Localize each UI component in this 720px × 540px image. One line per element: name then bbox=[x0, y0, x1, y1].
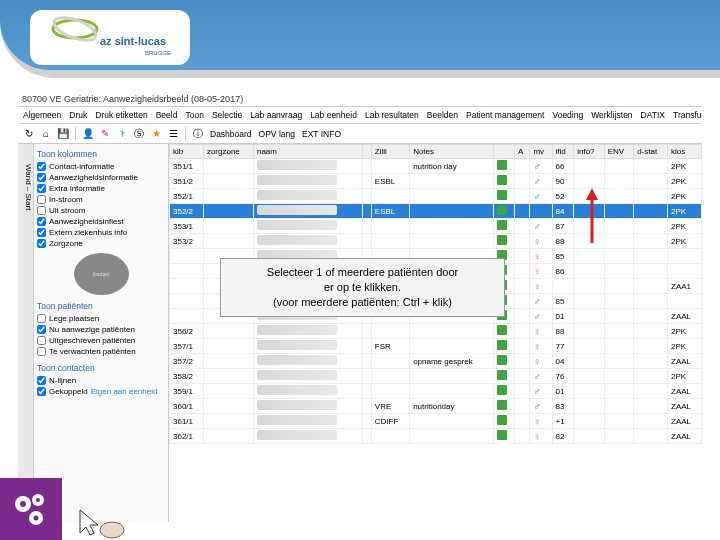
table-row[interactable]: 351/2ESBL♂902PK bbox=[170, 174, 702, 189]
extinfo-button[interactable]: EXT INFO bbox=[300, 129, 343, 139]
excel-icon bbox=[497, 220, 507, 230]
table-row[interactable]: 357/1FSR♀772PK bbox=[170, 339, 702, 354]
column-header[interactable]: kib bbox=[170, 145, 204, 159]
menu-beeld[interactable]: Beeld bbox=[155, 109, 179, 121]
checkbox[interactable] bbox=[37, 376, 46, 385]
table-row[interactable]: 359/1♂01ZAAL bbox=[170, 384, 702, 399]
menu-patient-management[interactable]: Patient management bbox=[465, 109, 545, 121]
column-header[interactable]: mv bbox=[530, 145, 552, 159]
column-header[interactable]: Notes bbox=[410, 145, 494, 159]
column-header[interactable] bbox=[363, 145, 372, 159]
checkbox[interactable] bbox=[37, 314, 46, 323]
column-header[interactable] bbox=[493, 145, 514, 159]
checkbox[interactable] bbox=[37, 173, 46, 182]
side-tabs[interactable]: Wand – Start bbox=[18, 144, 34, 522]
column-header[interactable]: naam bbox=[253, 145, 362, 159]
female-icon: ♀ bbox=[533, 251, 541, 262]
menu-voeding[interactable]: Voeding bbox=[551, 109, 584, 121]
table-row[interactable]: 351/1nutrition day♂662PK bbox=[170, 159, 702, 174]
table-row[interactable]: 357/2opname gesprek♀04ZAAL bbox=[170, 354, 702, 369]
column-header[interactable]: zorgzone bbox=[203, 145, 253, 159]
excel-icon bbox=[497, 190, 507, 200]
red-arrow-annotation bbox=[582, 188, 602, 248]
table-row[interactable]: 353/1♂872PK bbox=[170, 219, 702, 234]
excel-icon bbox=[497, 340, 507, 350]
checkbox[interactable] bbox=[37, 162, 46, 171]
table-row[interactable]: 352/2ESBL♂842PK bbox=[170, 204, 702, 219]
excel-icon bbox=[497, 175, 507, 185]
checkbox[interactable] bbox=[37, 336, 46, 345]
table-row[interactable]: 356/2♀882PK bbox=[170, 324, 702, 339]
left-panel: Toon kolommen Contact-informatieAanwezig… bbox=[34, 144, 169, 522]
checkbox[interactable] bbox=[37, 228, 46, 237]
tool-icon-1[interactable]: 👤 bbox=[81, 127, 95, 141]
excel-icon bbox=[497, 370, 507, 380]
menu-selectie[interactable]: Selectie bbox=[211, 109, 243, 121]
info-icon[interactable]: ⓘ bbox=[191, 127, 205, 141]
column-header[interactable]: klos bbox=[668, 145, 702, 159]
menu-toon[interactable]: Toon bbox=[184, 109, 204, 121]
column-header[interactable]: Zilli bbox=[371, 145, 409, 159]
instruction-callout: Selecteer 1 of meerdere patiënten door e… bbox=[220, 258, 505, 317]
checkbox-label: Uitgeschreven patiënten bbox=[49, 336, 135, 345]
menu-druk[interactable]: Druk bbox=[68, 109, 88, 121]
menu-datix[interactable]: DATIX bbox=[640, 109, 666, 121]
table-row[interactable]: 361/1CDIFF♀+1ZAAL bbox=[170, 414, 702, 429]
save-icon[interactable]: 💾 bbox=[56, 127, 70, 141]
menu-algemeen[interactable]: Algemeen bbox=[22, 109, 62, 121]
table-row[interactable]: 352/1♂522PK bbox=[170, 189, 702, 204]
menu-lab-resultaten[interactable]: Lab resultaten bbox=[364, 109, 420, 121]
column-header[interactable]: ifid bbox=[552, 145, 574, 159]
table-row[interactable]: 353/2♀882PK bbox=[170, 234, 702, 249]
column-header[interactable]: ENV bbox=[604, 145, 633, 159]
excel-icon bbox=[497, 160, 507, 170]
female-icon: ♀ bbox=[533, 341, 541, 352]
menu-beelden[interactable]: Beelden bbox=[426, 109, 459, 121]
badge-image: (badge) bbox=[74, 253, 129, 295]
checkbox[interactable] bbox=[37, 206, 46, 215]
checkbox[interactable] bbox=[37, 325, 46, 334]
tool-icon-6[interactable]: ☰ bbox=[166, 127, 180, 141]
menu-transfusie[interactable]: Transfusie bbox=[672, 109, 702, 121]
checkbox-label: N-lijnen bbox=[49, 376, 76, 385]
settings-gear-icon bbox=[0, 478, 62, 540]
tool-icon-4[interactable]: Ⓢ bbox=[132, 127, 146, 141]
checkbox[interactable] bbox=[37, 387, 46, 396]
tool-icon-3[interactable]: ⚕ bbox=[115, 127, 129, 141]
checkbox-label: Extern ziekenhuis info bbox=[49, 228, 127, 237]
checkbox-row: Te verwachten patiënten bbox=[37, 346, 165, 357]
male-icon: ♂ bbox=[533, 386, 541, 397]
checkbox-label: Nu aanwezige patiënten bbox=[49, 325, 135, 334]
checkbox-label: Aanwezigheidsinfiest bbox=[49, 217, 124, 226]
column-header[interactable]: info? bbox=[574, 145, 605, 159]
opvlang-button[interactable]: OPV lang bbox=[257, 129, 297, 139]
home-icon[interactable]: ⌂ bbox=[39, 127, 53, 141]
svg-marker-5 bbox=[586, 188, 598, 200]
checkbox[interactable] bbox=[37, 217, 46, 226]
tool-icon-2[interactable]: ✎ bbox=[98, 127, 112, 141]
svg-point-11 bbox=[34, 516, 39, 521]
menu-lab-eenheid[interactable]: Lab eenheid bbox=[309, 109, 358, 121]
refresh-icon[interactable]: ↻ bbox=[22, 127, 36, 141]
checkbox[interactable] bbox=[37, 195, 46, 204]
table-row[interactable]: 360/1VREnutritionday♂83ZAAL bbox=[170, 399, 702, 414]
female-icon: ♀ bbox=[533, 281, 541, 292]
excel-icon bbox=[497, 235, 507, 245]
table-row[interactable]: 358/2♂762PK bbox=[170, 369, 702, 384]
checkbox[interactable] bbox=[37, 239, 46, 248]
checkbox[interactable] bbox=[37, 184, 46, 193]
checkbox-row: In-stroom bbox=[37, 194, 165, 205]
svg-text:az sint-lucas: az sint-lucas bbox=[100, 35, 166, 47]
checkbox[interactable] bbox=[37, 347, 46, 356]
table-row[interactable]: 362/1♀82ZAAL bbox=[170, 429, 702, 444]
checkbox-label: Uit stroom bbox=[49, 206, 85, 215]
column-header[interactable]: A bbox=[514, 145, 529, 159]
tool-icon-5[interactable]: ★ bbox=[149, 127, 163, 141]
main-table: kibzorgzonenaamZilliNotesAmvifidinfo?ENV… bbox=[169, 144, 702, 522]
dashboard-button[interactable]: Dashboard bbox=[208, 129, 254, 139]
menu-druk-etiketten[interactable]: Druk etiketten bbox=[94, 109, 148, 121]
male-icon: ♂ bbox=[533, 401, 541, 412]
menu-werklijsten[interactable]: Werklijsten bbox=[590, 109, 633, 121]
column-header[interactable]: d-stat bbox=[634, 145, 668, 159]
menu-lab-aanvraag[interactable]: Lab aanvraag bbox=[249, 109, 303, 121]
